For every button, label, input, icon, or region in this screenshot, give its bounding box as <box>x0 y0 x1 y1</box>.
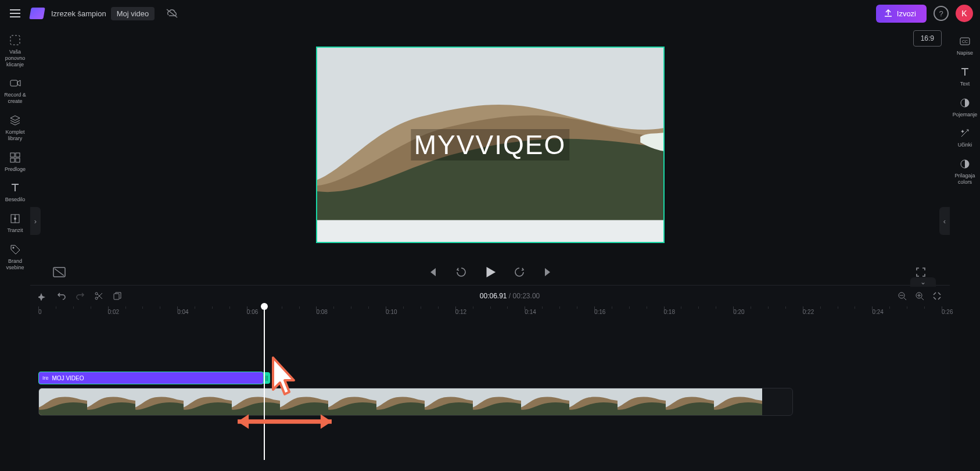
svg-rect-5 <box>16 158 20 162</box>
breadcrumb[interactable]: Izrezek šampion <box>51 9 106 18</box>
ruler-tick: 0:14 <box>525 309 536 315</box>
svg-point-17 <box>95 292 98 295</box>
svg-rect-2 <box>10 153 15 157</box>
text-clip-label: MOJ VIDEO <box>52 375 84 381</box>
video-icon <box>9 77 21 90</box>
redo-icon[interactable] <box>76 291 85 301</box>
ruler-tick: 0:20 <box>733 309 744 315</box>
sidebar-item-templates[interactable]: Predloge <box>0 148 30 179</box>
zoom-in-icon[interactable] <box>915 291 924 301</box>
sidebar-item-library[interactable]: Komplet library <box>0 110 30 148</box>
sidebar-right-text[interactable]: Text <box>950 61 980 92</box>
ruler-tick: 0:02 <box>108 309 119 315</box>
playhead[interactable] <box>264 306 265 460</box>
sidebar-item-label: Brand vsebine <box>0 258 30 271</box>
skip-forward-icon[interactable] <box>540 264 557 280</box>
auto-magic-icon[interactable] <box>38 291 48 301</box>
zoom-out-icon[interactable] <box>898 291 907 301</box>
ruler-tick: 0:22 <box>803 309 814 315</box>
ruler-tick: 0:04 <box>177 309 188 315</box>
svg-text:CC: CC <box>962 40 968 44</box>
video-thumbnail <box>376 388 425 415</box>
svg-point-7 <box>14 217 16 220</box>
play-icon[interactable] <box>482 264 498 280</box>
layers-icon <box>9 114 21 127</box>
video-preview[interactable]: MYVVIQEO <box>316 47 665 243</box>
export-button[interactable]: Izvozi <box>876 5 927 23</box>
video-thumbnail <box>666 388 714 415</box>
svg-rect-0 <box>10 35 20 45</box>
upload-icon <box>884 9 892 17</box>
sidebar-item-label: Vaša ponovno klicanje <box>0 49 30 67</box>
duration: 00:23.00 <box>513 292 540 300</box>
timeline-ruler[interactable]: 00:020:040:060:080:100:120:140:160:180:2… <box>30 306 950 320</box>
ruler-tick: 0:08 <box>316 309 327 315</box>
text-clip-prefix: Ire <box>42 375 49 381</box>
sidebar-item-label: Prilagaja colors <box>950 173 980 185</box>
video-thumbnail <box>521 388 569 415</box>
timeline-collapse-handle[interactable]: ⌄ <box>910 277 936 287</box>
menu-icon[interactable] <box>7 5 23 22</box>
undo-icon[interactable] <box>57 291 66 301</box>
export-label: Izvozi <box>897 9 916 18</box>
ruler-tick: 0:16 <box>594 309 605 315</box>
aspect-ratio-button[interactable]: 16:9 <box>913 30 942 47</box>
current-time: 00:06.91 <box>480 292 507 300</box>
wand-icon <box>959 127 971 140</box>
ruler-tick: 0:06 <box>247 309 258 315</box>
video-thumbnail <box>135 388 184 415</box>
sidebar-right-fade[interactable]: Pojemanje <box>950 92 980 123</box>
timeline-panel: ⌄ 00:06.91 / 00:23.00 00:020:040:060:080… <box>30 285 950 471</box>
ruler-tick: 0:12 <box>455 309 466 315</box>
cloud-off-icon[interactable] <box>164 5 180 22</box>
svg-rect-18 <box>114 294 119 299</box>
timeline-tracks[interactable]: Ire MOJ VIDEO || <box>30 320 950 460</box>
svg-rect-1 <box>10 80 17 86</box>
sidebar-item-brand[interactable]: Brand vsebine <box>0 240 30 277</box>
sidebar-item-label: Napise <box>957 50 973 56</box>
skip-back-icon[interactable] <box>424 264 440 280</box>
forward-icon[interactable] <box>511 264 527 280</box>
sidebar-right-effects[interactable]: Učinki <box>950 122 980 153</box>
left-sidebar: Vaša ponovno klicanjeRecord & createKomp… <box>0 27 30 471</box>
rewind-icon[interactable] <box>453 264 469 280</box>
video-thumbnail <box>39 388 87 415</box>
sidebar-item-record[interactable]: Record & create <box>0 73 30 110</box>
sidebar-item-transit[interactable]: Tranzit <box>0 209 30 240</box>
project-tab[interactable]: Moj video <box>111 7 155 20</box>
ruler-tick: 0:10 <box>386 309 397 315</box>
video-thumbnail <box>425 388 473 415</box>
video-thumbnail <box>232 388 280 415</box>
svg-rect-4 <box>10 158 15 162</box>
video-clip[interactable] <box>38 388 793 416</box>
tag-icon <box>9 243 21 256</box>
timecode: 00:06.91 / 00:23.00 <box>480 292 540 300</box>
help-icon[interactable]: ? <box>934 6 949 21</box>
text-icon <box>959 66 971 78</box>
sidebar-item-your-recall[interactable]: Vaša ponovno klicanje <box>0 30 30 73</box>
sidebar-item-label: Tranzit <box>7 227 23 234</box>
overlay-text[interactable]: MYVVIQEO <box>411 129 569 160</box>
sidebar-item-label: Pojemanje <box>953 112 978 118</box>
video-thumbnail <box>473 388 521 415</box>
sidebar-right-colors[interactable]: Prilagaja colors <box>950 153 980 190</box>
contrast-icon <box>959 158 971 170</box>
grid-icon <box>9 151 21 164</box>
zoom-fit-icon[interactable] <box>932 291 942 301</box>
video-thumbnail <box>569 388 618 415</box>
avatar[interactable]: K <box>956 5 973 22</box>
sidebar-right-captions[interactable]: CCNapise <box>950 30 980 61</box>
sidebar-item-label: Record & create <box>0 92 30 105</box>
right-sidebar: CCNapiseTextPojemanjeUčinkiPrilagaja col… <box>950 27 980 190</box>
sidebar-item-label: Text <box>960 81 970 87</box>
timeline-toolbar: 00:06.91 / 00:23.00 <box>30 286 950 306</box>
video-thumbnail <box>87 388 135 415</box>
cc-icon: CC <box>959 35 971 48</box>
split-icon <box>9 212 21 225</box>
safe-zone-toggle[interactable] <box>51 264 67 280</box>
text-clip[interactable]: Ire MOJ VIDEO || <box>38 372 264 384</box>
split-icon[interactable] <box>94 291 103 301</box>
duplicate-icon[interactable] <box>113 291 122 301</box>
text-icon <box>9 181 21 194</box>
sidebar-item-text[interactable]: Besedilo <box>0 178 30 209</box>
